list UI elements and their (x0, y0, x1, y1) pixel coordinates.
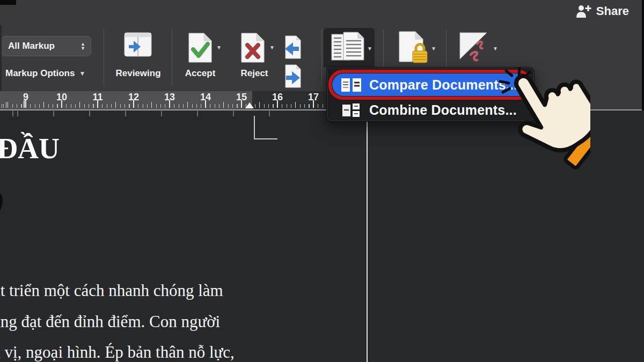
share-label: Share (596, 4, 629, 18)
menu-item-combine-documents[interactable]: Combine Documents... (335, 101, 517, 119)
combine-documents-menu-icon (342, 103, 362, 117)
caret-down-icon: ▼ (79, 70, 85, 77)
review-ribbon: All Markup ▲ ▼ Markup Options ▼ Reviewin… (0, 25, 644, 109)
protect-document-icon[interactable] (396, 31, 429, 65)
ruler-number: 16 (272, 92, 283, 103)
protect-dropdown-caret[interactable]: ▼ (431, 46, 436, 51)
group-separator (321, 29, 322, 86)
menu-item-label: Combine Documents... (369, 102, 517, 118)
ink-scribble (0, 189, 14, 219)
ruler-number: 10 (56, 92, 67, 103)
compare-documents-menu-icon (341, 78, 362, 92)
group-separator (172, 29, 172, 86)
reject-change-icon[interactable] (240, 32, 265, 63)
stepper-arrows-icon[interactable]: ▲ ▼ (80, 42, 85, 50)
document-heading: ĐẦU (0, 132, 60, 165)
compare-documents-icon[interactable] (331, 31, 365, 63)
ruler-number: 17 (308, 92, 319, 103)
margin-corner-mark (254, 116, 255, 139)
document-text-line: a vị, ngoại hình. Ép bản thân nỗ lực, (0, 343, 235, 362)
next-change-icon[interactable] (283, 64, 302, 88)
previous-change-icon[interactable] (283, 35, 302, 60)
window-right-edge (642, 0, 644, 110)
share-button[interactable]: Share (575, 4, 629, 18)
markup-view-value: All Markup (8, 41, 55, 51)
ruler-number: 11 (92, 92, 103, 103)
reviewing-label[interactable]: Reviewing (107, 68, 169, 79)
add-person-icon (575, 4, 591, 18)
ruler-number: 12 (128, 92, 139, 103)
accept-dropdown-caret[interactable]: ▼ (216, 45, 222, 50)
ruler-number: 13 (164, 92, 175, 103)
ruler-number: 14 (200, 92, 211, 103)
compare-dropdown-menu: Compare Documents... Combine Documents..… (326, 67, 535, 122)
reject-label[interactable]: Reject (230, 68, 279, 79)
window-corner (0, 0, 16, 5)
word-review-ribbon-screenshot: Share All Markup ▲ ▼ Markup Options ▼ Re… (0, 0, 644, 362)
document-text-line: át triển một cách nhanh chóng làm (0, 281, 223, 300)
markup-view-select[interactable]: All Markup ▲ ▼ (1, 36, 91, 56)
ruler-number: 15 (236, 92, 247, 103)
markup-options-label: Markup Options (5, 68, 75, 79)
compare-dropdown-caret[interactable]: ▼ (367, 46, 372, 51)
markup-options-button[interactable]: Markup Options ▼ (5, 68, 85, 79)
ribbon-bottom-edge (0, 109, 644, 110)
reviewing-pane-icon[interactable] (124, 32, 152, 59)
margin-corner-mark (254, 138, 277, 139)
hide-ink-icon[interactable] (458, 31, 491, 63)
page-divider (367, 110, 368, 362)
tab-stop-marks (0, 111, 292, 116)
document-text-line: ang đạt đến đỉnh điểm. Con người (0, 312, 220, 331)
title-bar: Share (0, 0, 644, 25)
menu-item-compare-documents[interactable]: Compare Documents... (332, 73, 529, 96)
ink-dropdown-caret[interactable]: ▼ (493, 46, 498, 51)
accept-label[interactable]: Accept (177, 68, 223, 79)
document-canvas[interactable]: ĐẦU át triển một cách nhanh chóng làm an… (0, 110, 644, 362)
annotation-red-ring: Compare Documents... (328, 70, 532, 100)
ruler-number: 9 (23, 92, 28, 103)
accept-change-icon[interactable] (188, 32, 213, 63)
reject-dropdown-caret[interactable]: ▼ (269, 45, 275, 50)
horizontal-ruler: 9 10 11 12 13 14 15 16 17 (0, 91, 328, 109)
stepper-down-icon: ▼ (80, 46, 85, 50)
indent-marker[interactable] (245, 102, 254, 108)
menu-item-label: Compare Documents... (369, 77, 517, 93)
group-separator (104, 29, 104, 86)
